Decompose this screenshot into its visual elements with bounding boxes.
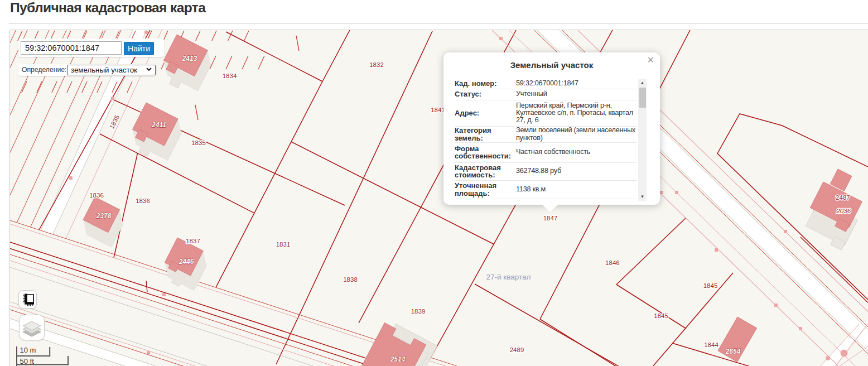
svg-text:1847: 1847 (543, 215, 558, 221)
svg-text:1835: 1835 (191, 139, 206, 146)
svg-text:2446: 2446 (179, 258, 194, 266)
svg-text:10 m: 10 m (20, 346, 36, 354)
svg-text:2514: 2514 (390, 355, 406, 363)
svg-text:2654: 2654 (725, 348, 741, 355)
svg-text:1845: 1845 (654, 312, 668, 319)
svg-text:1838: 1838 (343, 276, 358, 283)
svg-text:27-й квартал: 27-й квартал (486, 273, 531, 281)
svg-text:2036: 2036 (836, 208, 851, 214)
svg-text:1831: 1831 (276, 241, 291, 248)
svg-text:1837: 1837 (186, 238, 200, 244)
svg-text:1845: 1845 (703, 282, 718, 289)
svg-text:2489: 2489 (510, 346, 524, 353)
svg-text:1844: 1844 (704, 341, 718, 348)
svg-text:2411: 2411 (151, 121, 166, 129)
svg-text:1834: 1834 (223, 73, 237, 79)
svg-text:1836: 1836 (89, 192, 104, 199)
svg-text:1841: 1841 (431, 107, 445, 113)
svg-text:2413: 2413 (182, 55, 197, 62)
svg-text:2378: 2378 (96, 212, 112, 220)
svg-text:1839: 1839 (411, 308, 426, 315)
svg-text:2487: 2487 (836, 194, 850, 201)
svg-text:1832: 1832 (369, 61, 384, 68)
svg-text:50 ft: 50 ft (20, 357, 35, 365)
svg-text:1836: 1836 (136, 198, 150, 204)
svg-text:1846: 1846 (605, 259, 620, 266)
